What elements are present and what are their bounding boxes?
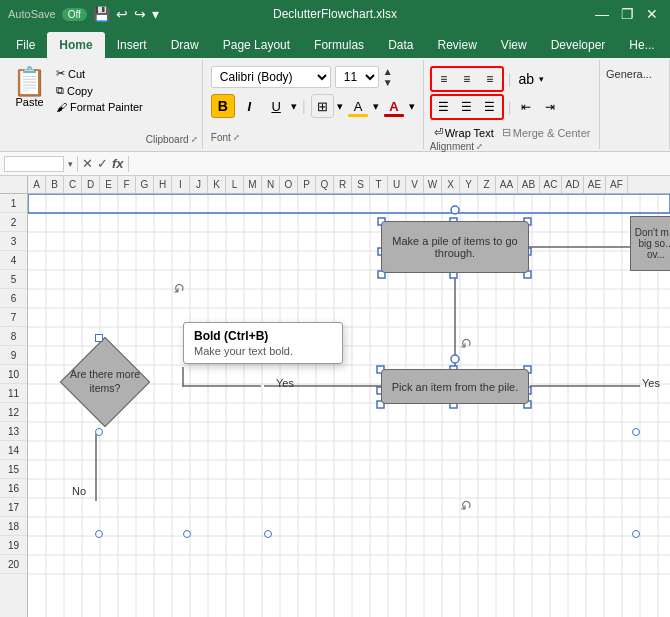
col-header-AD[interactable]: AD	[562, 176, 584, 193]
font-size-increase[interactable]: ▲	[383, 66, 393, 77]
underline-button[interactable]: U	[264, 94, 288, 118]
col-header-E[interactable]: E	[100, 176, 118, 193]
col-header-G[interactable]: G	[136, 176, 154, 193]
col-header-R[interactable]: R	[334, 176, 352, 193]
align-right[interactable]: ☰	[479, 97, 501, 117]
row-11[interactable]: 11	[0, 384, 27, 403]
tab-draw[interactable]: Draw	[159, 32, 211, 58]
font-size-select[interactable]: 11	[335, 66, 379, 88]
font-color-button[interactable]: A	[382, 94, 406, 118]
tab-help[interactable]: He...	[617, 32, 666, 58]
col-header-X[interactable]: X	[442, 176, 460, 193]
tab-view[interactable]: View	[489, 32, 539, 58]
underline-arrow[interactable]: ▾	[291, 100, 297, 113]
paste-button[interactable]: 📋 Paste	[6, 64, 53, 112]
merge-center-button[interactable]: ⊟ Merge & Center	[498, 124, 595, 141]
row-2[interactable]: 2	[0, 213, 27, 232]
row-5[interactable]: 5	[0, 270, 27, 289]
align-top-right[interactable]: ≡	[479, 69, 501, 89]
orientation-button[interactable]: ab	[515, 69, 537, 89]
fill-color-button[interactable]: A	[346, 94, 370, 118]
col-header-Q[interactable]: Q	[316, 176, 334, 193]
col-header-L[interactable]: L	[226, 176, 244, 193]
align-center[interactable]: ☰	[456, 97, 478, 117]
row-10[interactable]: 10	[0, 365, 27, 384]
name-box[interactable]	[4, 156, 64, 172]
font-color-arrow[interactable]: ▾	[409, 100, 415, 113]
col-header-I[interactable]: I	[172, 176, 190, 193]
row-3[interactable]: 3	[0, 232, 27, 251]
col-header-F[interactable]: F	[118, 176, 136, 193]
row-9[interactable]: 9	[0, 346, 27, 365]
tab-review[interactable]: Review	[425, 32, 488, 58]
align-top-left[interactable]: ≡	[433, 69, 455, 89]
col-header-N[interactable]: N	[262, 176, 280, 193]
row-20[interactable]: 20	[0, 555, 27, 574]
align-top-center[interactable]: ≡	[456, 69, 478, 89]
col-header-T[interactable]: T	[370, 176, 388, 193]
shape-dont[interactable]: Don't m... big so... ov...	[630, 216, 670, 271]
col-header-V[interactable]: V	[406, 176, 424, 193]
font-name-select[interactable]: Calibri (Body)	[211, 66, 331, 88]
bold-button[interactable]: B	[211, 94, 235, 118]
row-1[interactable]: 1	[0, 194, 27, 213]
confirm-formula-icon[interactable]: ✓	[97, 156, 108, 171]
decrease-indent[interactable]: ⇤	[515, 97, 537, 117]
shape-pick[interactable]: Pick an item from the pile.	[381, 369, 529, 404]
col-header-Z[interactable]: Z	[478, 176, 496, 193]
minimize-button[interactable]: —	[591, 6, 613, 22]
row-18[interactable]: 18	[0, 517, 27, 536]
cancel-formula-icon[interactable]: ✕	[82, 156, 93, 171]
col-header-AC[interactable]: AC	[540, 176, 562, 193]
shape-diamond-wrapper[interactable]: Are there more items?	[60, 337, 150, 427]
alignment-expand-icon[interactable]: ⤢	[476, 142, 483, 151]
col-header-C[interactable]: C	[64, 176, 82, 193]
col-header-B[interactable]: B	[46, 176, 64, 193]
maximize-button[interactable]: ❐	[617, 6, 638, 22]
tab-insert[interactable]: Insert	[105, 32, 159, 58]
undo-icon[interactable]: ↩	[116, 6, 128, 22]
formula-input[interactable]	[133, 157, 666, 171]
col-header-O[interactable]: O	[280, 176, 298, 193]
row-17[interactable]: 17	[0, 498, 27, 517]
redo-icon[interactable]: ↪	[134, 6, 146, 22]
tab-data[interactable]: Data	[376, 32, 425, 58]
clipboard-expand-icon[interactable]: ⤢	[191, 135, 198, 144]
col-header-H[interactable]: H	[154, 176, 172, 193]
tab-home[interactable]: Home	[47, 32, 104, 58]
col-header-K[interactable]: K	[208, 176, 226, 193]
tab-page-layout[interactable]: Page Layout	[211, 32, 302, 58]
row-7[interactable]: 7	[0, 308, 27, 327]
row-19[interactable]: 19	[0, 536, 27, 555]
col-header-A[interactable]: A	[28, 176, 46, 193]
font-expand-icon[interactable]: ⤢	[233, 133, 240, 142]
col-header-W[interactable]: W	[424, 176, 442, 193]
col-header-AA[interactable]: AA	[496, 176, 518, 193]
font-size-decrease[interactable]: ▼	[383, 77, 393, 88]
col-header-D[interactable]: D	[82, 176, 100, 193]
col-header-S[interactable]: S	[352, 176, 370, 193]
row-13[interactable]: 13	[0, 422, 27, 441]
col-header-AB[interactable]: AB	[518, 176, 540, 193]
wrap-text-button[interactable]: ⏎ Wrap Text	[430, 124, 498, 141]
orientation-arrow[interactable]: ▾	[539, 74, 544, 84]
close-button[interactable]: ✕	[642, 6, 662, 22]
borders-arrow[interactable]: ▾	[337, 100, 343, 113]
row-16[interactable]: 16	[0, 479, 27, 498]
shape-pile[interactable]: Make a pile of items to go through.	[381, 221, 529, 273]
col-header-Y[interactable]: Y	[460, 176, 478, 193]
save-icon[interactable]: 💾	[93, 6, 110, 22]
tab-developer[interactable]: Developer	[539, 32, 618, 58]
copy-button[interactable]: ⧉ Copy	[53, 83, 146, 98]
col-header-U[interactable]: U	[388, 176, 406, 193]
row-12[interactable]: 12	[0, 403, 27, 422]
row-4[interactable]: 4	[0, 251, 27, 270]
increase-indent[interactable]: ⇥	[539, 97, 561, 117]
name-box-dropdown[interactable]: ▾	[68, 159, 73, 169]
col-header-J[interactable]: J	[190, 176, 208, 193]
tab-formulas[interactable]: Formulas	[302, 32, 376, 58]
tab-file[interactable]: File	[4, 32, 47, 58]
col-header-AE[interactable]: AE	[584, 176, 606, 193]
cut-button[interactable]: ✂ Cut	[53, 66, 146, 81]
col-header-P[interactable]: P	[298, 176, 316, 193]
